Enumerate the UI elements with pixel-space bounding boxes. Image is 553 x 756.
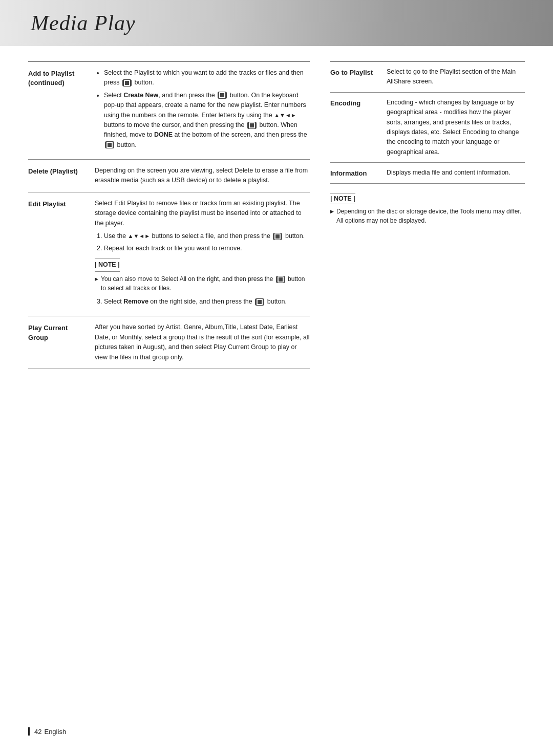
row-label-encoding: Encoding — [330, 98, 387, 157]
main-content: Add to Playlist(continued) Select the Pl… — [0, 61, 553, 369]
table-row: Information Displays media file and cont… — [330, 163, 525, 184]
row-content-play-current-group: After you have sorted by Artist, Genre, … — [95, 322, 310, 362]
row-content-delete-playlist: Depending on the screen you are viewing,… — [95, 166, 310, 186]
row-content-go-to-playlist: Select to go to the Playlist section of … — [387, 67, 525, 87]
note-item: Depending on the disc or storage device,… — [330, 207, 525, 225]
row-label-add-to-playlist: Add to Playlist(continued) — [28, 68, 95, 153]
right-column: Go to Playlist Select to go to the Playl… — [330, 61, 525, 369]
button-icon — [105, 141, 114, 148]
row-label-edit-playlist: Edit Playlist — [28, 199, 95, 310]
note-section: | NOTE | Depending on the disc or storag… — [330, 193, 525, 225]
table-row: Go to Playlist Select to go to the Playl… — [330, 62, 525, 93]
table-row: Add to Playlist(continued) Select the Pl… — [28, 62, 310, 160]
table-row: Delete (Playlist) Depending on the scree… — [28, 160, 310, 192]
row-label-play-current-group: Play CurrentGroup — [28, 322, 95, 362]
note-header: | NOTE | — [330, 193, 355, 204]
button-icon — [247, 122, 257, 129]
row-label-go-to-playlist: Go to Playlist — [330, 67, 387, 87]
button-icon — [122, 79, 132, 87]
footer-language: English — [44, 728, 66, 736]
table-row: Encoding Encoding - which changes by lan… — [330, 93, 525, 163]
row-content-information: Displays media file and content informat… — [387, 168, 525, 178]
row-content-add-to-playlist: Select the Playlist to which you want to… — [95, 68, 310, 153]
row-label-information: Information — [330, 168, 387, 178]
page-title: Media Play — [31, 11, 136, 35]
page-header: Media Play — [0, 0, 553, 46]
button-icon — [276, 276, 285, 283]
row-content-edit-playlist: Select Edit Playlist to remove files or … — [95, 199, 310, 310]
row-content-encoding: Encoding - which changes by language or … — [387, 98, 525, 157]
note-item: You can also move to Select All on the r… — [95, 274, 310, 293]
note-header: | NOTE | — [95, 258, 120, 272]
page-number: 42 — [34, 728, 41, 736]
button-icon — [255, 298, 264, 306]
note-section: | NOTE | You can also move to Select All… — [95, 258, 310, 293]
row-label-delete-playlist: Delete (Playlist) — [28, 166, 95, 186]
left-column: Add to Playlist(continued) Select the Pl… — [28, 61, 310, 369]
table-row: Play CurrentGroup After you have sorted … — [28, 316, 310, 369]
table-row: Edit Playlist Select Edit Playlist to re… — [28, 192, 310, 317]
footer-bar — [28, 727, 30, 736]
footer: 42 English — [28, 727, 66, 736]
button-icon — [273, 233, 282, 240]
button-icon — [218, 92, 227, 99]
